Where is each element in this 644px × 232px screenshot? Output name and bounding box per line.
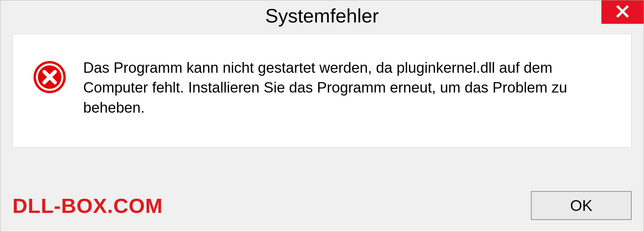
error-dialog: Systemfehler Das Programm kann nicht ges… <box>0 0 644 232</box>
content-panel: Das Programm kann nicht gestartet werden… <box>12 34 632 148</box>
dialog-title: Systemfehler <box>265 4 379 27</box>
error-message: Das Programm kann nicht gestartet werden… <box>83 58 611 117</box>
close-icon <box>616 5 629 19</box>
watermark-text: DLL-BOX.COM <box>12 194 163 218</box>
title-bar: Systemfehler <box>0 0 644 31</box>
close-button[interactable] <box>601 0 644 24</box>
ok-button[interactable]: OK <box>531 191 632 220</box>
error-icon <box>33 60 66 94</box>
dialog-footer: DLL-BOX.COM OK <box>12 189 632 222</box>
